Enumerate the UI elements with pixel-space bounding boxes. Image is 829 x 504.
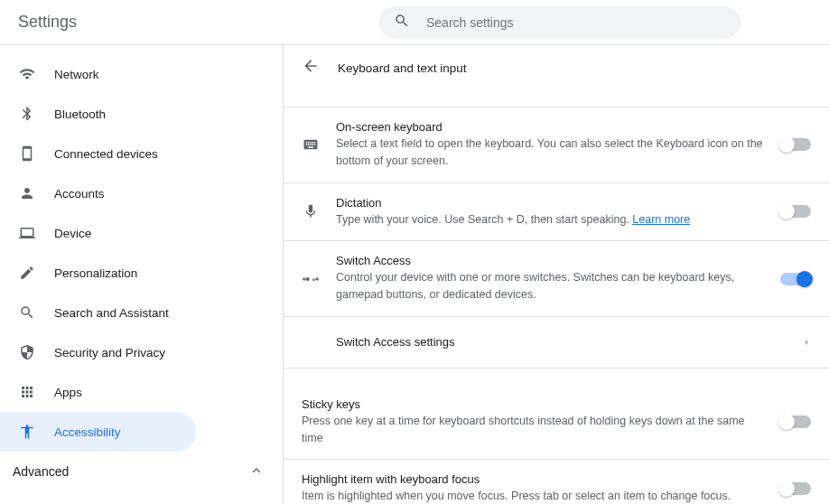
- laptop-icon: [18, 225, 36, 241]
- page-title: Keyboard and text input: [338, 61, 467, 75]
- setting-title: Dictation: [336, 196, 764, 210]
- person-icon: [18, 185, 36, 201]
- setting-desc: Press one key at a time for keyboard sho…: [302, 413, 764, 447]
- search-icon: [18, 304, 36, 321]
- sidebar-item-apps[interactable]: Apps: [0, 372, 196, 412]
- sidebar-item-label: Connected devices: [54, 147, 158, 161]
- sidebar-item-device[interactable]: Device: [0, 213, 196, 253]
- setting-onscreen-keyboard: On-screen keyboard Select a text field t…: [284, 107, 829, 183]
- sidebar-item-label: Device: [54, 227, 91, 240]
- learn-more-link[interactable]: Learn more: [632, 213, 690, 226]
- mic-icon: [302, 203, 320, 219]
- sidebar-item-label: Network: [54, 68, 99, 81]
- setting-title: Switch Access settings: [336, 335, 786, 349]
- sidebar-item-connected-devices[interactable]: Connected devices: [0, 134, 196, 173]
- bluetooth-icon: [18, 106, 36, 122]
- app-title: Settings: [18, 13, 379, 32]
- app-header: Settings: [0, 0, 829, 45]
- content: Keyboard and text input On-screen keyboa…: [284, 45, 829, 504]
- setting-desc: Control your device with one or more swi…: [336, 269, 764, 303]
- sidebar: Network Bluetooth Connected devices Acco…: [0, 45, 284, 504]
- toggle-highlight-focus[interactable]: [780, 482, 811, 495]
- advanced-label: Advanced: [13, 464, 69, 479]
- edit-icon: [18, 265, 36, 281]
- sidebar-item-label: Security and Privacy: [54, 346, 165, 359]
- toggle-sticky-keys[interactable]: [780, 415, 811, 428]
- setting-sticky-keys: Sticky keys Press one key at a time for …: [284, 385, 829, 461]
- sidebar-advanced-toggle[interactable]: Advanced: [0, 452, 283, 491]
- switch-access-settings-link[interactable]: Switch Access settings: [284, 317, 829, 368]
- sidebar-item-security[interactable]: Security and Privacy: [0, 332, 196, 372]
- phone-icon: [18, 145, 36, 162]
- sidebar-item-accessibility[interactable]: Accessibility: [0, 412, 196, 452]
- chevron-right-icon: [802, 334, 811, 350]
- sidebar-item-accounts[interactable]: Accounts: [0, 173, 196, 213]
- toggle-dictation[interactable]: [780, 205, 811, 218]
- main: Network Bluetooth Connected devices Acco…: [0, 45, 829, 504]
- toggle-switch-access[interactable]: [780, 273, 811, 285]
- toggle-onscreen-keyboard[interactable]: [780, 138, 811, 151]
- switch-access-icon: [302, 270, 320, 288]
- setting-dictation: Dictation Type with your voice. Use Sear…: [284, 183, 829, 242]
- accessibility-icon: [18, 424, 36, 440]
- setting-title: Switch Access: [336, 254, 764, 267]
- setting-title: Sticky keys: [302, 397, 764, 411]
- setting-desc: Item is highlighted when you move focus.…: [302, 488, 764, 504]
- setting-switch-access: Switch Access Control your device with o…: [284, 241, 829, 317]
- sidebar-item-label: Search and Assistant: [54, 306, 169, 320]
- shield-icon: [18, 344, 36, 360]
- sidebar-item-datetime[interactable]: Date and time: [0, 491, 196, 504]
- content-header: Keyboard and text input: [284, 45, 829, 90]
- sidebar-item-personalization[interactable]: Personalization: [0, 253, 196, 293]
- settings-group-1: On-screen keyboard Select a text field t…: [284, 107, 829, 369]
- sidebar-item-label: Personalization: [54, 266, 137, 280]
- keyboard-icon: [302, 136, 320, 153]
- search-box[interactable]: [379, 6, 741, 39]
- arrow-back-icon: [302, 57, 320, 75]
- sidebar-item-network[interactable]: Network: [0, 54, 196, 94]
- chevron-up-icon: [248, 462, 265, 481]
- sidebar-item-label: Apps: [54, 386, 82, 399]
- setting-highlight-focus: Highlight item with keyboard focus Item …: [284, 460, 829, 504]
- wifi-icon: [18, 66, 36, 82]
- sidebar-item-label: Accounts: [54, 187, 105, 201]
- sidebar-item-search-assistant[interactable]: Search and Assistant: [0, 293, 196, 332]
- apps-icon: [18, 384, 36, 400]
- sidebar-item-label: Accessibility: [54, 425, 121, 439]
- setting-desc: Type with your voice. Use Search + D, th…: [336, 211, 764, 229]
- setting-title: On-screen keyboard: [336, 120, 764, 134]
- settings-group-2: Sticky keys Press one key at a time for …: [284, 385, 829, 504]
- back-button[interactable]: [302, 57, 320, 79]
- setting-title: Highlight item with keyboard focus: [302, 472, 764, 486]
- setting-desc: Select a text field to open the keyboard…: [336, 135, 764, 170]
- search-input[interactable]: [426, 15, 726, 30]
- sidebar-item-bluetooth[interactable]: Bluetooth: [0, 94, 196, 134]
- search-icon: [394, 13, 410, 33]
- sidebar-item-label: Bluetooth: [54, 107, 106, 121]
